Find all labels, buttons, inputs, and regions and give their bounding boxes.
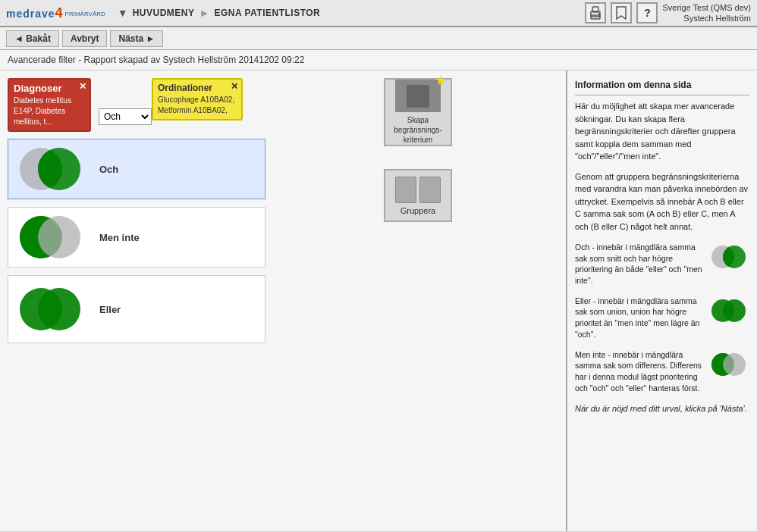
print-button[interactable] [585,2,606,23]
info-venn-och: Och - innebär i mängdlära samma sak som … [575,242,749,286]
venn-diagram-men-inte [12,211,88,264]
venn-option-men-inte[interactable]: Men inte [8,207,265,268]
next-button[interactable]: Nästa ► [110,30,163,47]
ordination-box: ✕ Ordinationer Glucophage A10BA02, Metfo… [152,78,243,120]
right-panel-intro: Här du möjlighet att skapa mer avancerad… [575,100,749,163]
gruppera-label: Gruppera [400,206,435,215]
skapa-label: Skapa begränsnings-kriterium [385,115,451,145]
diagnos-content: Diabetes mellitus E14P, Diabetes mellitu… [14,95,85,127]
sub-toolbar: ◄ Bakåt Avbryt Nästa ► [0,27,757,50]
venn-diagram-eller [12,283,88,336]
left-panel: ✕ Diagnoser Diabetes mellitus E14P, Diab… [0,70,567,531]
venn-label-eller: Eller [99,304,121,315]
ordination-close-button[interactable]: ✕ [231,81,238,92]
logo-4: 4 [55,5,64,20]
logo-sub: PRIMÄRVÅRD [65,11,105,17]
right-panel-footer: När du är nöjd med ditt urval, klicka på… [575,402,749,415]
right-panel-title: Information om denna sida [575,78,749,95]
ordination-content: Glucophage A10BA02, Metformin A10BA02, [158,95,237,116]
nav-right-icons: ? Sverige Test (QMS dev) Systech Hellstr… [585,2,751,24]
right-panel: Information om denna sida Här du möjligh… [567,70,757,531]
nav-patientlists[interactable]: EGNA PATIENTLISTOR [214,8,320,18]
user-info: Sverige Test (QMS dev) Systech Hellström [662,2,751,24]
back-button[interactable]: ◄ Bakåt [6,30,59,47]
operator-select[interactable]: Och Eller Men inte [99,108,152,125]
page-header-text: Avancerade filter - Rapport skapad av Sy… [8,55,304,65]
info-venn-och-text: Och - innebär i mängdlära samma sak som … [575,242,703,286]
diagnos-title: Diagnoser [14,83,85,94]
svg-point-26 [711,353,734,376]
svg-point-13 [20,216,62,258]
skapa-box[interactable]: ★ Skapa begränsnings-kriterium [384,78,452,146]
grp-block-right [419,177,441,203]
skapa-inner: ★ [395,80,441,112]
logo-text: medrave4 [6,5,64,21]
venn-label-men-inte: Men inte [99,232,140,243]
gruppera-inner [395,177,441,203]
nav-hauptmenu[interactable]: HUVUDMENY [133,8,195,18]
info-venn-men-inte: Men inte - innebär i mängdlära samma sak… [575,349,749,394]
help-icon-text: ? [644,7,651,19]
info-venn-men-inte-diagram [708,349,749,383]
info-venn-eller: Eller - innebär i mängdlära samma sak so… [575,296,749,340]
info-venn-eller-text: Eller - innebär i mängdlära samma sak so… [575,296,703,340]
ordination-title: Ordinationer [158,83,237,93]
bookmark-button[interactable] [611,2,632,23]
gruppera-box[interactable]: Gruppera [384,169,452,222]
svg-point-15 [38,288,80,330]
cancel-button[interactable]: Avbryt [62,30,108,47]
skapa-icon [403,81,433,111]
info-venn-eller-diagram [708,296,749,330]
dropdown-arrow[interactable]: ▼ [118,7,128,19]
svg-point-21 [723,299,746,322]
venn-option-och[interactable]: Och [8,139,265,199]
nav-arrow1: ► [199,7,210,19]
svg-rect-3 [598,13,600,14]
grp-block-left [395,177,416,203]
help-button[interactable]: ? [636,2,658,23]
svg-rect-4 [407,85,429,108]
user-line1: Sverige Test (QMS dev) [662,2,751,13]
page-header: Avancerade filter - Rapport skapad av Sy… [0,50,757,70]
main-layout: ✕ Diagnoser Diabetes mellitus E14P, Diab… [0,70,757,531]
user-line2: Systech Hellström [662,13,751,23]
info-venn-och-diagram [708,242,749,276]
venn-option-eller[interactable]: Eller [8,275,265,343]
venn-area: Och [8,139,265,351]
info-venn-men-inte-text: Men inte - innebär i mängdlära samma sak… [575,349,703,394]
right-panel-grouping-info: Genom att gruppera begränsningskriterier… [575,171,749,233]
navbar: medrave4 PRIMÄRVÅRD ▼ HUVUDMENY ► EGNA P… [0,0,757,27]
logo: medrave4 PRIMÄRVÅRD [6,5,105,21]
venn-label-och: Och [99,164,118,175]
operator-dropdown-container: Och Eller Men inte [99,108,152,125]
diagnos-close-button[interactable]: ✕ [79,81,86,92]
star-badge: ★ [435,74,447,87]
diagnos-box: ✕ Diagnoser Diabetes mellitus E14P, Diab… [8,78,91,132]
venn-diagram-och [12,142,88,196]
